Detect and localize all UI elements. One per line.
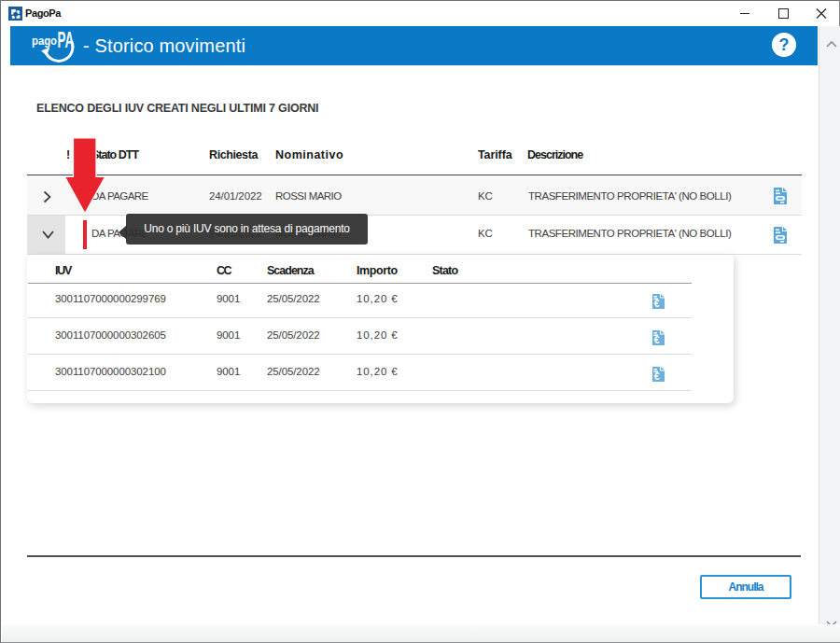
- svg-text:pago: pago: [32, 33, 57, 47]
- svg-text:€: €: [654, 298, 660, 309]
- svg-text:€: €: [654, 370, 660, 382]
- svg-text:€: €: [654, 334, 660, 345]
